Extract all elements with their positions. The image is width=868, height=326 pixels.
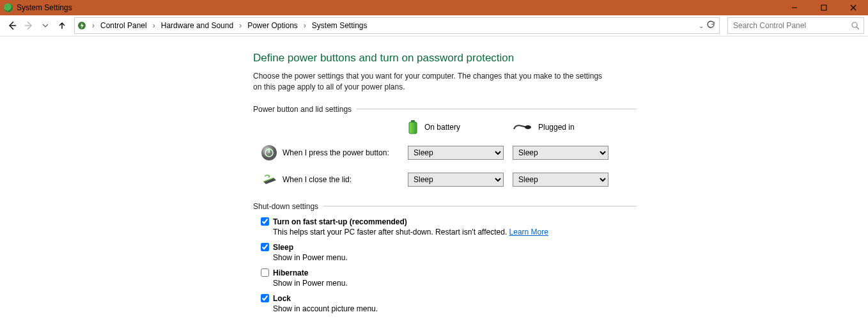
close-button[interactable]: [839, 0, 868, 15]
address-bar[interactable]: › Control Panel › Hardware and Sound › P…: [74, 17, 720, 34]
nav-back-button[interactable]: [6, 20, 18, 31]
minimize-button[interactable]: [780, 0, 809, 15]
hibernate-sub: Show in Power menu.: [273, 279, 637, 288]
breadcrumb-item[interactable]: System Settings: [309, 21, 370, 30]
svg-line-8: [856, 27, 859, 29]
fast-startup-sub: This helps start your PC faster after sh…: [273, 228, 637, 237]
maximize-button[interactable]: [809, 0, 839, 15]
power-button-icon: [261, 144, 277, 161]
lock-sub: Show in account picture menu.: [273, 304, 637, 313]
lock-label: Lock: [273, 294, 291, 303]
chevron-right-icon[interactable]: ›: [236, 21, 245, 30]
section-title: Power button and lid settings: [253, 105, 352, 114]
nav-forward-button[interactable]: [23, 20, 35, 31]
search-icon: [851, 21, 860, 30]
title-bar: System Settings: [0, 0, 868, 15]
chevron-right-icon[interactable]: ›: [89, 21, 98, 30]
row-label-text: When I close the lid:: [283, 175, 352, 184]
column-plugged-in: Plugged in: [538, 123, 575, 132]
divider: [357, 109, 637, 109]
section-header-shutdown: Shut-down settings: [253, 202, 637, 211]
close-lid-plugged-select[interactable]: Sleep: [513, 173, 608, 187]
breadcrumb-item[interactable]: Hardware and Sound: [159, 21, 236, 30]
svg-point-7: [852, 22, 857, 27]
breadcrumb-item[interactable]: Power Options: [245, 21, 300, 30]
app-icon: [4, 3, 13, 12]
section-header-power-lid: Power button and lid settings: [253, 105, 637, 114]
search-box[interactable]: [727, 17, 864, 34]
section-title: Shut-down settings: [253, 202, 318, 211]
main-content: Define power buttons and turn on passwor…: [0, 36, 637, 326]
search-input[interactable]: [732, 20, 851, 31]
power-plan-icon: [75, 20, 89, 31]
close-lid-battery-select[interactable]: Sleep: [408, 173, 504, 187]
refresh-button[interactable]: [706, 20, 715, 31]
power-button-plugged-select[interactable]: Sleep: [513, 146, 608, 160]
hibernate-checkbox[interactable]: [261, 268, 269, 277]
nav-bar: › Control Panel › Hardware and Sound › P…: [0, 15, 868, 36]
sleep-sub: Show in Power menu.: [273, 253, 637, 262]
address-dropdown-icon[interactable]: ⌄: [699, 22, 704, 29]
window-title: System Settings: [17, 3, 72, 12]
svg-rect-1: [821, 5, 826, 10]
plug-icon: [513, 123, 532, 132]
fast-startup-label: Turn on fast start-up (recommended): [273, 217, 407, 226]
sleep-label: Sleep: [273, 243, 293, 252]
nav-up-button[interactable]: [56, 20, 68, 31]
row-close-lid: When I close the lid:: [261, 171, 408, 188]
page-description: Choose the power settings that you want …: [253, 71, 611, 93]
lock-checkbox[interactable]: [261, 294, 269, 302]
chevron-right-icon[interactable]: ›: [150, 21, 159, 30]
breadcrumb-item[interactable]: Control Panel: [98, 21, 150, 30]
power-button-battery-select[interactable]: Sleep: [408, 146, 504, 160]
nav-recent-button[interactable]: [40, 20, 51, 31]
battery-icon: [408, 120, 418, 134]
chevron-right-icon[interactable]: ›: [300, 21, 309, 30]
shutdown-item-lock: Lock Show in account picture menu.: [261, 294, 637, 313]
svg-point-11: [525, 125, 531, 129]
svg-rect-10: [409, 122, 417, 134]
laptop-lid-icon: [261, 171, 277, 188]
shutdown-item-sleep: Sleep Show in Power menu.: [261, 243, 637, 262]
column-on-battery: On battery: [424, 123, 460, 132]
page-heading: Define power buttons and turn on passwor…: [253, 52, 637, 65]
shutdown-item-fast-startup: Turn on fast start-up (recommended) This…: [261, 217, 637, 237]
fast-startup-checkbox[interactable]: [261, 217, 269, 226]
row-power-button: When I press the power button:: [261, 144, 408, 161]
hibernate-label: Hibernate: [273, 268, 308, 277]
shutdown-item-hibernate: Hibernate Show in Power menu.: [261, 268, 637, 288]
divider: [323, 206, 637, 206]
sleep-checkbox[interactable]: [261, 243, 269, 251]
row-label-text: When I press the power button:: [283, 148, 389, 157]
learn-more-link[interactable]: Learn More: [509, 228, 548, 237]
